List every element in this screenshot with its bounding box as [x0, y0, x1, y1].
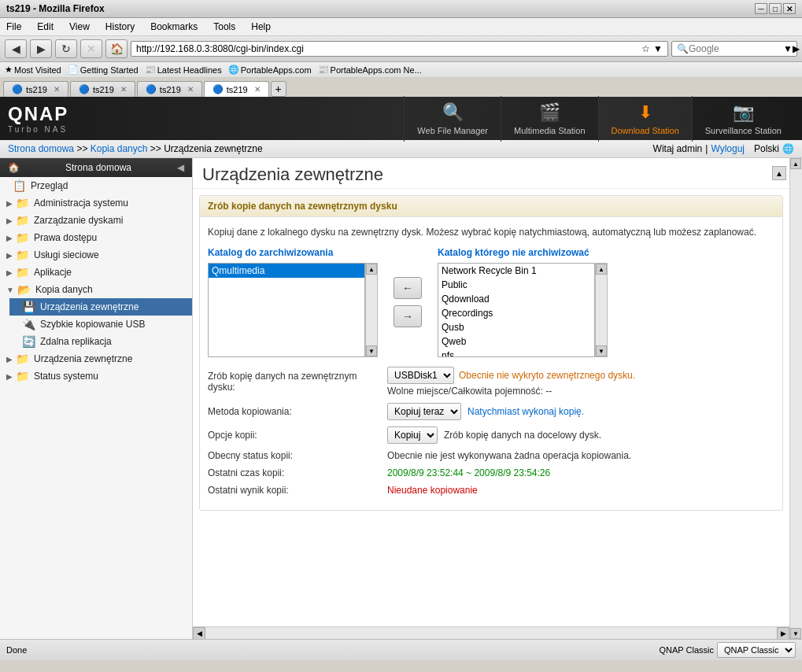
logout-link[interactable]: Wyloguj	[711, 143, 745, 154]
bookmark-getting-started[interactable]: 📄 Getting Started	[68, 65, 139, 75]
options-select[interactable]: Kopiuj	[387, 426, 438, 444]
forward-button[interactable]: ▶	[30, 39, 52, 58]
header-app-multimedia[interactable]: 🎬 Multimedia Station	[501, 96, 598, 142]
tab-close-2[interactable]: ✕	[120, 85, 127, 94]
sidebar-group-status: ▶ 📁 Status systemu	[0, 367, 192, 385]
transfer-left-button[interactable]: ←	[394, 277, 422, 299]
reload-button[interactable]: ↻	[55, 39, 77, 58]
theme-select[interactable]: QNAP Classic	[717, 642, 796, 658]
status-icon: 📁	[16, 370, 29, 382]
window-controls[interactable]: ─ □ ✕	[755, 3, 796, 14]
tab-1[interactable]: 🔵 ts219 ✕	[3, 81, 68, 97]
breadcrumb-kopia[interactable]: Kopia danych	[91, 143, 148, 154]
v-scroll-up[interactable]: ▲	[790, 158, 801, 169]
dest-scroll-down[interactable]: ▼	[596, 345, 607, 356]
menu-help[interactable]: Help	[248, 20, 274, 34]
sidebar-item-backup[interactable]: ▼ 📂 Kopia danych	[0, 281, 192, 298]
breadcrumb-home[interactable]: Strona domowa	[8, 143, 74, 154]
sidebar-collapse-icon[interactable]: ◀	[177, 162, 184, 173]
webfile-label: Web File Manager	[417, 126, 488, 135]
tab-3[interactable]: 🔵 ts219 ✕	[137, 81, 202, 97]
admin-label: Administracja systemu	[34, 198, 128, 209]
tab-2[interactable]: 🔵 ts219 ✕	[70, 81, 135, 97]
content-expand-btn[interactable]: ▲	[772, 166, 786, 180]
bookmark-latest-headlines[interactable]: 📰 Latest Headlines	[145, 65, 222, 75]
dest-scrollbar[interactable]: ▲ ▼	[595, 263, 608, 357]
h-scroll-right[interactable]: ▶	[777, 627, 789, 639]
sidebar-item-remote-replication[interactable]: 🔄 Zdalna replikacja	[9, 333, 192, 350]
sidebar-item-status[interactable]: ▶ 📁 Status systemu	[0, 367, 192, 385]
sidebar-item-admin[interactable]: ▶ 📁 Administracja systemu	[0, 194, 192, 212]
source-file-list[interactable]: Qmultimedia	[208, 263, 365, 357]
sidebar-item-apps[interactable]: ▶ 📁 Aplikacje	[0, 264, 192, 281]
page-title: Urządzenia zewnętrzne	[193, 158, 393, 188]
address-input[interactable]	[136, 43, 641, 54]
header-app-download[interactable]: ⬇ Download Station	[598, 96, 692, 142]
search-dropdown-icon[interactable]: ▼	[783, 43, 793, 54]
menu-file[interactable]: File	[3, 20, 24, 34]
menu-edit[interactable]: Edit	[34, 20, 57, 34]
status-left: Done	[6, 645, 27, 655]
qnap-tagline: Turbo NAS	[8, 125, 68, 134]
search-input[interactable]	[689, 43, 783, 54]
transfer-right-button[interactable]: →	[394, 305, 422, 327]
h-scroll-left[interactable]: ◀	[193, 627, 205, 639]
menu-history[interactable]: History	[102, 20, 138, 34]
close-button[interactable]: ✕	[783, 3, 796, 14]
disk-select[interactable]: USBDisk1	[387, 367, 454, 384]
method-select[interactable]: Kopiuj teraz	[387, 403, 461, 420]
dest-item-qweb[interactable]: Qweb	[438, 334, 594, 349]
minimize-button[interactable]: ─	[755, 3, 767, 14]
dest-item-qusb[interactable]: Qusb	[438, 320, 594, 334]
dest-list-wrapper: Network Recycle Bin 1 Public Qdownload Q…	[438, 263, 608, 357]
dest-scroll-up[interactable]: ▲	[596, 264, 607, 275]
sidebar-item-usb-copy[interactable]: 🔌 Szybkie kopiowanie USB	[9, 316, 192, 333]
status-right: QNAP Classic	[660, 645, 714, 655]
source-scroll-down[interactable]: ▼	[366, 345, 377, 356]
sidebar-item-access[interactable]: ▶ 📁 Prawa dostępu	[0, 229, 192, 246]
dest-item-qdownload[interactable]: Qdownload	[438, 292, 594, 306]
ext-device-label: Urządzenia zewnętrzne	[40, 301, 139, 312]
dest-item-public[interactable]: Public	[438, 278, 594, 292]
maximize-button[interactable]: □	[769, 3, 782, 14]
menu-bookmarks[interactable]: Bookmarks	[147, 20, 201, 34]
address-bar[interactable]: ☆ ▼	[131, 41, 668, 57]
tab-close-1[interactable]: ✕	[54, 85, 60, 94]
breadcrumb: Strona domowa >> Kopia danych >> Urządze…	[8, 143, 263, 154]
sidebar-item-overview[interactable]: 📋 Przegląd	[0, 177, 192, 194]
sidebar-group-overview: 📋 Przegląd	[0, 177, 192, 194]
dest-file-list[interactable]: Network Recycle Bin 1 Public Qdownload Q…	[438, 263, 595, 357]
sidebar-item-external[interactable]: ▶ 📁 Urządzenia zewnętrzne	[0, 350, 192, 367]
bookmark-portableapps[interactable]: 🌐 PortableApps.com	[228, 65, 312, 75]
menu-view[interactable]: View	[66, 20, 93, 34]
sidebar-item-disk[interactable]: ▶ 📁 Zarządzanie dyskami	[0, 212, 192, 229]
dest-item-nfs[interactable]: nfs	[438, 349, 594, 357]
disk-icon: 📁	[16, 214, 29, 227]
sidebar-item-external-devices[interactable]: 💾 Urządzenia zewnętrzne	[9, 298, 192, 316]
source-item-qmultimedia[interactable]: Qmultimedia	[209, 264, 364, 278]
dest-item-network-recycle[interactable]: Network Recycle Bin 1	[438, 264, 594, 278]
bookmark-star-icon[interactable]: ☆	[641, 43, 650, 54]
search-bar[interactable]: 🔍 ▼ ▶	[671, 41, 797, 57]
source-scroll-up[interactable]: ▲	[366, 264, 377, 275]
header-app-webfile[interactable]: 🔍 Web File Manager	[404, 96, 501, 142]
tab-close-4[interactable]: ✕	[254, 85, 261, 94]
multimedia-icon: 🎬	[539, 102, 560, 123]
tab-close-3[interactable]: ✕	[187, 85, 194, 94]
bookmark-most-visited[interactable]: ★ Most Visited	[5, 65, 61, 75]
new-tab-button[interactable]: +	[271, 81, 286, 97]
sidebar-item-network[interactable]: ▶ 📁 Usługi sieciowe	[0, 246, 192, 264]
search-go-icon[interactable]: ▶	[793, 43, 800, 54]
menu-tools[interactable]: Tools	[210, 20, 238, 34]
admin-icon: 📁	[16, 197, 29, 209]
home-button[interactable]: 🏠	[105, 39, 128, 58]
header-app-surveillance[interactable]: 📷 Surveillance Station	[692, 96, 794, 142]
back-button[interactable]: ◀	[5, 39, 27, 58]
source-scrollbar[interactable]: ▲ ▼	[365, 263, 378, 357]
v-scroll-down[interactable]: ▼	[790, 628, 801, 639]
address-dropdown-icon[interactable]: ▼	[653, 43, 663, 54]
dest-item-qrecordings[interactable]: Qrecordings	[438, 306, 594, 320]
bookmark-portableapps-ne[interactable]: 📰 PortableApps.com Ne...	[318, 65, 422, 75]
tab-4[interactable]: 🔵 ts219 ✕	[204, 81, 269, 97]
stop-button[interactable]: ✕	[80, 39, 102, 58]
